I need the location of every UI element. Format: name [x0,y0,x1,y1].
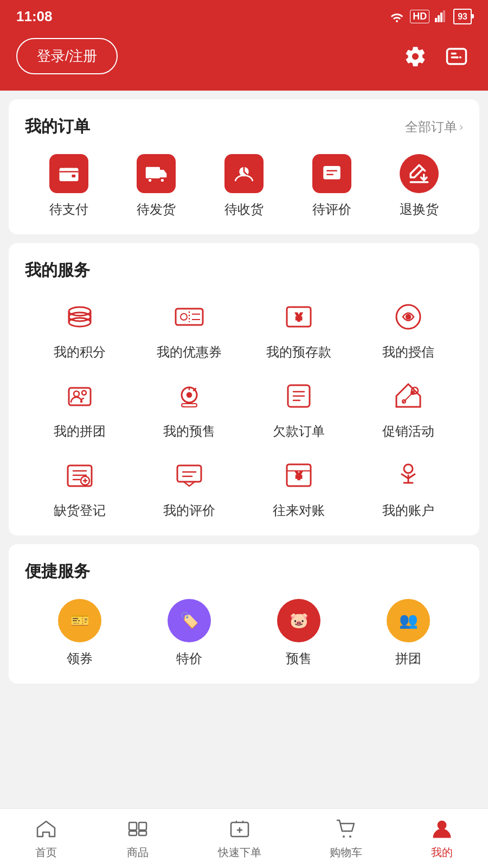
coupon-icon [173,301,206,333]
service-item-credit[interactable]: 我的授信 [354,298,463,361]
header: 登录/注册 [0,33,488,91]
svg-text:🐷: 🐷 [290,611,309,629]
exchange-icon [408,162,431,185]
svg-rect-8 [72,175,75,177]
order-item-pending-shipping[interactable]: 待发货 [137,154,176,218]
svg-rect-67 [139,822,146,830]
chevron-icon: › [459,120,463,133]
svg-rect-7 [59,168,78,182]
order-item-pending-review[interactable]: 待评价 [312,154,351,218]
quickorder-icon [228,817,252,841]
svg-point-10 [149,178,152,182]
service-item-promo[interactable]: 促销活动 [354,377,463,440]
exchange-icon-circle [400,154,439,193]
order-label-pending-shipping: 待发货 [137,201,176,218]
convenience-label-discount: 特价 [176,650,202,667]
convenience-item-coupon[interactable]: 🎫 领券 [25,599,134,667]
convenience-item-discount[interactable]: 🏷️ 特价 [134,599,244,667]
nav-item-profile[interactable]: 我的 [430,817,454,860]
convenience-label-group2: 拼团 [395,650,421,667]
convenience-item-group2[interactable]: 👥 拼团 [354,599,463,667]
status-icons: HD 93 [389,9,472,24]
credit-icon [392,301,425,333]
services-section-header: 我的服务 [25,259,463,282]
service-label-debt: 欠款订单 [273,423,325,440]
nav-item-cart[interactable]: 购物车 [330,817,362,860]
order-label-exchange: 退换货 [400,201,439,218]
service-label-review2: 我的评价 [163,502,215,519]
svg-rect-9 [146,167,160,178]
svg-rect-0 [435,18,437,22]
services-grid: 我的积分 我的优惠券 ¥ 我的预 [25,298,463,519]
svg-point-30 [82,391,86,395]
svg-text:🏷️: 🏷️ [180,611,199,629]
service-item-deposit[interactable]: ¥ 我的预存款 [244,298,354,361]
svg-text:🎫: 🎫 [70,611,89,629]
status-time: 11:08 [16,8,53,25]
service-item-coupon[interactable]: 我的优惠券 [134,298,244,361]
nav-label-cart: 购物车 [330,845,362,860]
service-label-coupon: 我的优惠券 [157,343,222,361]
nav-item-home[interactable]: 首页 [34,817,58,860]
svg-point-6 [457,56,459,58]
service-item-myaccount[interactable]: 我的账户 [354,456,463,519]
svg-line-60 [408,474,415,478]
service-label-group: 我的拼团 [54,423,106,440]
orders-card: 我的订单 全部订单 › 待支付 [9,99,479,234]
signal-icon [435,10,448,22]
svg-rect-69 [139,831,146,835]
settings-button[interactable] [400,41,431,72]
nav-label-profile: 我的 [431,845,453,860]
nav-item-quickorder[interactable]: 快速下单 [218,817,261,860]
login-button[interactable]: 登录/注册 [16,38,118,74]
battery-icon: 93 [453,9,472,24]
orders-section-header: 我的订单 全部订单 › [25,116,463,138]
debt-icon [282,380,315,412]
convenience-label-presale2: 预售 [286,650,312,667]
myaccount-icon [392,459,425,492]
service-label-credit: 我的授信 [382,343,434,361]
header-actions [400,41,472,72]
nav-label-products: 商品 [127,845,149,860]
presale2-icon-circle: 🐷 [277,599,320,642]
service-item-presale[interactable]: 我的预售 [134,377,244,440]
svg-rect-68 [129,831,137,835]
nav-label-quickorder: 快速下单 [218,845,261,860]
svg-point-32 [187,393,191,397]
order-item-pending-receipt[interactable]: 待收货 [224,154,264,218]
service-label-deposit: 我的预存款 [266,343,331,361]
order-item-pending-payment[interactable]: 待支付 [49,154,88,218]
service-item-review2[interactable]: 我的评价 [134,456,244,519]
service-label-account: 往来对账 [273,502,325,519]
review2-icon [173,459,206,492]
convenience-grid: 🎫 领券 🏷️ 特价 🐷 预售 [25,599,463,667]
svg-line-59 [402,474,408,478]
service-label-presale: 我的预售 [163,423,215,440]
promo-icon [392,380,425,412]
service-item-group[interactable]: 我的拼团 [25,377,134,440]
svg-rect-66 [129,822,137,830]
message-button[interactable] [441,41,472,72]
convenience-item-presale2[interactable]: 🐷 预售 [244,599,354,667]
orders-title: 我的订单 [25,116,90,138]
group2-icon: 👥 [395,607,422,634]
order-label-pending-payment: 待支付 [49,201,88,218]
discount-icon-circle: 🏷️ [168,599,211,642]
order-item-exchange[interactable]: 退换货 [400,154,439,218]
service-item-account[interactable]: ¥ 往来对账 [244,456,354,519]
svg-rect-3 [443,10,445,22]
delivery-icon [145,162,168,185]
points-icon [63,301,96,333]
service-label-promo: 促销活动 [382,423,434,440]
nav-item-products[interactable]: 商品 [126,817,150,860]
service-item-points[interactable]: 我的积分 [25,298,134,361]
service-item-shortage[interactable]: 缺货登记 [25,456,134,519]
home-icon [34,817,58,841]
service-item-debt[interactable]: 欠款订单 [244,377,354,440]
svg-point-16 [69,318,91,327]
service-label-myaccount: 我的账户 [382,502,434,519]
profile-icon [430,817,454,841]
receive-icon-box [224,154,264,193]
all-orders-link[interactable]: 全部订单 › [405,118,463,136]
bottom-nav: 首页 商品 快速下单 [0,808,488,868]
